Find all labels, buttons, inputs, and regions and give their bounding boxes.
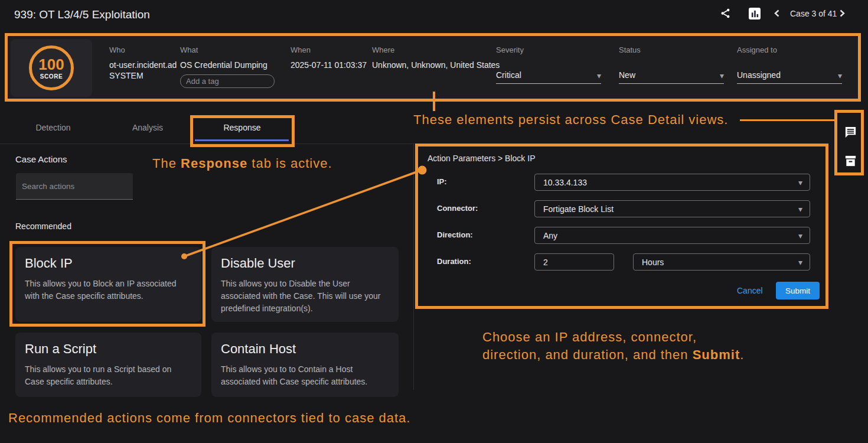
annotation-box-icon-rail: [834, 110, 864, 175]
annotation-persist: These elements persist across Case Detai…: [413, 112, 728, 128]
next-case-icon[interactable]: [840, 9, 845, 17]
share-icon[interactable]: [720, 8, 731, 19]
tab-detection[interactable]: Detection: [24, 123, 83, 132]
annotation-line-horizontal: [740, 119, 834, 121]
annotation-choose: Choose an IP address, connector, directi…: [482, 328, 744, 364]
search-actions-box[interactable]: [16, 173, 133, 200]
prev-case-icon[interactable]: [774, 9, 779, 17]
annotation-box-response-tab: [190, 115, 295, 147]
annotation-box-block-ip: [9, 241, 205, 327]
search-actions-input[interactable]: [16, 182, 133, 191]
action-card-run-script[interactable]: Run a Script This allows you to run a Sc…: [15, 333, 201, 397]
case-actions-title: Case Actions: [15, 154, 67, 164]
chart-icon[interactable]: [749, 8, 761, 19]
page-title: 939: OT L3/4/5 Exploitation: [14, 8, 150, 21]
recommended-label: Recommended: [15, 222, 71, 231]
annotation-response-tab: The Response tab is active.: [152, 156, 332, 171]
tab-analysis[interactable]: Analysis: [118, 123, 177, 132]
action-card-disable-user[interactable]: Disable User This allows you to Disable …: [211, 247, 399, 322]
annotation-recommended: Recommended actions come from connectors…: [8, 411, 410, 426]
action-card-contain-host[interactable]: Contain Host This allows you to to Conta…: [211, 333, 399, 397]
annotation-tick: [433, 92, 435, 111]
panel-divider: [413, 144, 414, 390]
case-nav-label: Case 3 of 41: [790, 9, 837, 18]
annotation-box-action-params: [415, 144, 828, 309]
